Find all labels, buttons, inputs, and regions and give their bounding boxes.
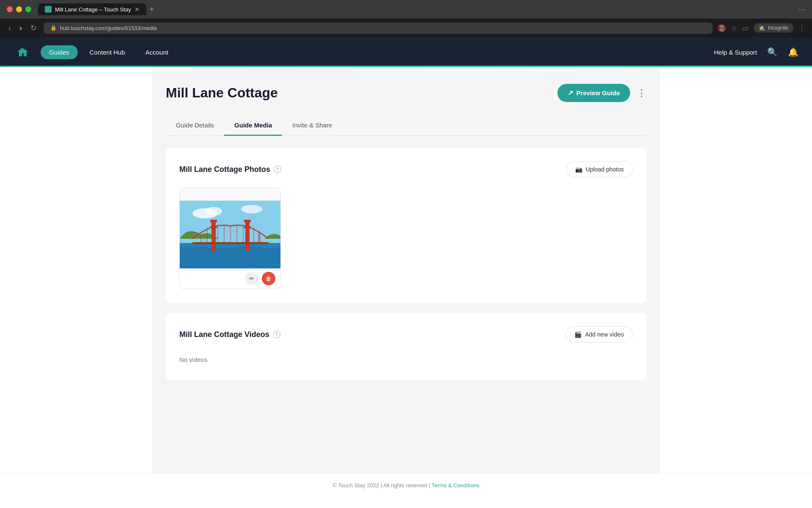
svg-rect-5: [211, 220, 216, 251]
svg-rect-7: [210, 220, 217, 222]
nav-item-help[interactable]: Help & Support: [714, 49, 757, 56]
photo-delete-button[interactable]: 🗑: [262, 272, 275, 285]
external-link-icon: ↗: [568, 89, 573, 97]
video-icon: 🎬: [574, 331, 582, 338]
upload-photos-label: Upload photos: [586, 166, 624, 173]
photo-card: ✏ 🗑: [179, 188, 281, 289]
nav-items: Guides Content Hub Account: [41, 45, 177, 59]
browser-titlebar: Mill Lane Cottage – Touch Stay ✕ + ⋯: [0, 0, 812, 19]
footer-copyright: © Touch Stay 2022 | All rights reserved …: [333, 482, 431, 489]
notifications-button[interactable]: 🔔: [788, 47, 798, 57]
nav-item-guides[interactable]: Guides: [41, 45, 78, 59]
url-text: hub.touchstay.com/guides/61533/media: [60, 25, 157, 31]
top-navigation: Guides Content Hub Account Help & Suppor…: [0, 37, 812, 67]
star-icon[interactable]: ☆: [731, 24, 737, 32]
incognito-badge: 🕵 Incognito: [754, 23, 793, 33]
footer: © Touch Stay 2022 | All rights reserved …: [0, 473, 812, 497]
sidebar-icon[interactable]: ▭: [742, 24, 749, 32]
photos-section-title: Mill Lane Cottage Photos ?: [179, 165, 281, 174]
tab-invite-share[interactable]: Invite & Share: [282, 116, 342, 136]
svg-point-3: [241, 205, 262, 213]
tab-favicon: [45, 6, 52, 13]
tab-title: Mill Lane Cottage – Touch Stay: [55, 6, 131, 13]
photos-section-header: Mill Lane Cottage Photos ? 📷 Upload phot…: [179, 161, 633, 177]
photo-grid: ✏ 🗑: [179, 188, 633, 289]
back-button[interactable]: ‹: [7, 22, 13, 34]
svg-rect-6: [245, 220, 250, 251]
logo[interactable]: [14, 44, 30, 61]
lock-icon: 🔒: [50, 25, 57, 31]
videos-section-header: Mill Lane Cottage Videos ? 🎬 Add new vid…: [179, 326, 633, 342]
tab-guide-media[interactable]: Guide Media: [224, 116, 282, 136]
no-videos-text: No videos: [179, 353, 633, 367]
address-bar[interactable]: 🔒 hub.touchstay.com/guides/61533/media: [44, 22, 713, 34]
traffic-lights: [7, 6, 31, 12]
nav-item-content-hub[interactable]: Content Hub: [81, 45, 134, 59]
svg-rect-9: [244, 220, 251, 222]
photo-action-bar: ✏ 🗑: [180, 268, 280, 289]
svg-point-2: [205, 207, 222, 215]
videos-section: Mill Lane Cottage Videos ? 🎬 Add new vid…: [166, 313, 646, 380]
tab-bar: Mill Lane Cottage – Touch Stay ✕ +: [38, 3, 798, 15]
photos-help-icon[interactable]: ?: [274, 166, 281, 173]
address-bar-row: ‹ › ↻ 🔒 hub.touchstay.com/guides/61533/m…: [0, 19, 812, 37]
photo-image: [180, 201, 280, 268]
edit-icon: ✏: [249, 275, 254, 282]
add-video-label: Add new video: [585, 331, 624, 338]
app-container: Guides Content Hub Account Help & Suppor…: [0, 37, 812, 508]
new-tab-button[interactable]: +: [150, 5, 154, 14]
header-actions: ↗ Preview Guide ⋮: [557, 84, 646, 102]
photo-top-bar: [180, 188, 280, 201]
photos-section: Mill Lane Cottage Photos ? 📷 Upload phot…: [166, 148, 646, 303]
photo-edit-button[interactable]: ✏: [245, 272, 258, 285]
preview-guide-button[interactable]: ↗ Preview Guide: [557, 84, 630, 102]
nav-item-account[interactable]: Account: [137, 45, 177, 59]
upload-photos-button[interactable]: 📷 Upload photos: [566, 161, 633, 177]
page-content: Mill Lane Cottage ↗ Preview Guide ⋮ Guid…: [152, 67, 660, 473]
preview-guide-label: Preview Guide: [576, 89, 620, 97]
search-button[interactable]: 🔍: [767, 47, 778, 57]
camera-off-icon: 📵: [718, 24, 726, 32]
minimize-window-button[interactable]: [16, 6, 22, 12]
svg-rect-20: [192, 242, 269, 244]
forward-button[interactable]: ›: [18, 22, 24, 34]
active-tab[interactable]: Mill Lane Cottage – Touch Stay ✕: [38, 3, 146, 15]
browser-menu-icon[interactable]: ⋮: [798, 24, 805, 32]
tab-right-controls[interactable]: ⋯: [798, 6, 805, 14]
tab-close-button[interactable]: ✕: [134, 6, 140, 13]
videos-section-title: Mill Lane Cottage Videos ?: [179, 330, 280, 339]
terms-link[interactable]: Terms & Conditions: [432, 482, 480, 489]
incognito-icon: 🕵: [759, 25, 765, 31]
add-new-video-button[interactable]: 🎬 Add new video: [565, 326, 633, 342]
delete-icon: 🗑: [266, 275, 272, 282]
maximize-window-button[interactable]: [25, 6, 31, 12]
incognito-label: Incognito: [768, 25, 788, 31]
more-options-button[interactable]: ⋮: [637, 88, 646, 99]
browser-right-icons: 📵 ☆ ▭ 🕵 Incognito ⋮: [718, 23, 805, 33]
refresh-button[interactable]: ↻: [29, 22, 38, 34]
svg-rect-21: [258, 231, 260, 244]
close-window-button[interactable]: [7, 6, 13, 12]
guide-tabs: Guide Details Guide Media Invite & Share: [166, 116, 646, 136]
nav-right: Help & Support 🔍 🔔: [714, 47, 798, 57]
page-header: Mill Lane Cottage ↗ Preview Guide ⋮: [166, 84, 646, 102]
tab-guide-details[interactable]: Guide Details: [166, 116, 224, 136]
page-title: Mill Lane Cottage: [166, 85, 278, 101]
videos-help-icon[interactable]: ?: [273, 331, 280, 338]
browser-window: Mill Lane Cottage – Touch Stay ✕ + ⋯ ‹ ›…: [0, 0, 812, 508]
camera-icon: 📷: [575, 166, 582, 173]
